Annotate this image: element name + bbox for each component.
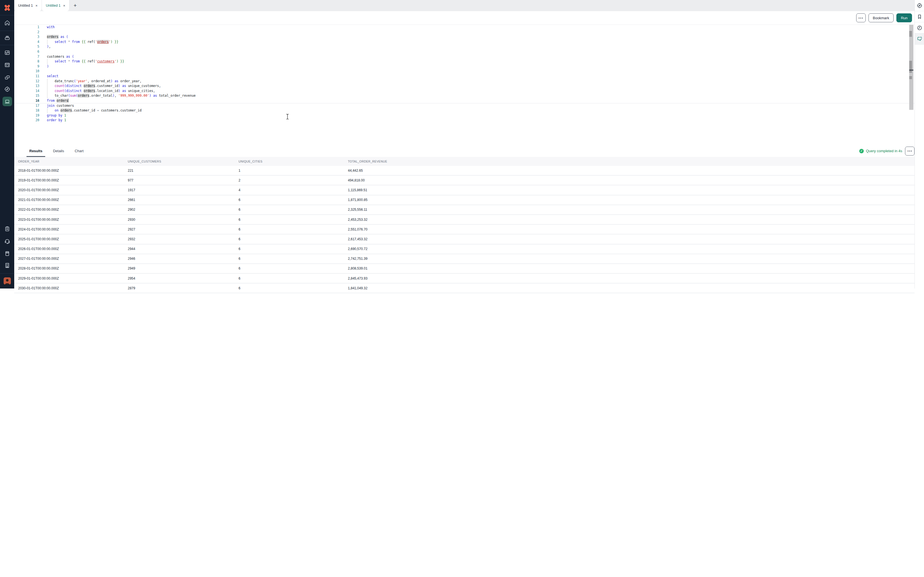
code-line-5[interactable]: 5),	[14, 44, 462, 49]
tab-details[interactable]: Details	[50, 145, 67, 157]
code-token: join	[47, 104, 55, 108]
table-row[interactable]: 2019-01-01T00:00:00.000Z9772494,818.00	[14, 176, 462, 185]
code-line-13[interactable]: 13 count(distinct orders.customer_id) as…	[14, 84, 462, 89]
support-headset-icon[interactable]	[4, 238, 10, 244]
hex-logo[interactable]	[3, 4, 11, 11]
table-cell: 6	[239, 198, 241, 202]
code-token: ,	[49, 45, 51, 48]
column-header-unique_cities[interactable]: UNIQUE_CITIES	[239, 160, 263, 163]
table-cell: 2,845,473.93	[348, 277, 367, 280]
code-line-15[interactable]: 15 to_char(sum(orders.order_total), '999…	[14, 93, 462, 98]
code-line-14[interactable]: 14 count(distinct orders.location_id) as…	[14, 89, 462, 93]
close-icon[interactable]: ✕	[36, 4, 38, 7]
code-token: select	[47, 74, 58, 78]
code-line-10[interactable]: 10	[14, 69, 462, 74]
close-icon[interactable]: ✕	[63, 4, 65, 7]
code-token: orders	[47, 35, 58, 39]
left-sidebar	[0, 0, 14, 288]
text-caret	[68, 99, 68, 102]
code-token: customers	[47, 55, 64, 58]
line-number: 19	[14, 113, 39, 118]
code-line-9[interactable]: 9)	[14, 64, 462, 69]
code-token: ref(	[87, 40, 95, 44]
table-cell: 2661	[128, 198, 135, 202]
organization-building-icon[interactable]	[4, 262, 10, 268]
explore-compass-icon[interactable]	[4, 86, 10, 92]
table-row[interactable]: 2024-01-01T00:00:00.000Z292762,551,076.7…	[14, 225, 462, 234]
user-avatar[interactable]	[3, 277, 11, 285]
new-tab-button[interactable]: +	[69, 0, 81, 11]
code-line-8[interactable]: 8 select * from {{ ref('customers') }}	[14, 59, 462, 64]
clipboard-icon[interactable]	[4, 226, 10, 232]
table-row[interactable]: 2021-01-01T00:00:00.000Z266161,871,800.8…	[14, 195, 462, 205]
column-header-order_year[interactable]: ORDER_YEAR	[18, 160, 39, 163]
table-cell: 2902	[128, 208, 135, 211]
code-line-7[interactable]: 7customers as (	[14, 54, 462, 60]
table-cell: 6	[239, 208, 241, 211]
workspace-laptop-item[interactable]	[3, 97, 12, 106]
code-line-4[interactable]: 4 select * from {{ ref('orders') }}	[14, 40, 462, 45]
table-row[interactable]: 2020-01-01T00:00:00.000Z191741,115,869.5…	[14, 185, 462, 195]
table-row[interactable]: 2026-01-01T00:00:00.000Z294462,690,570.7…	[14, 245, 462, 254]
code-line-20[interactable]: 20order by 1	[14, 118, 462, 123]
text-cursor-pointer	[286, 114, 289, 121]
code-line-1[interactable]: 1with	[14, 25, 462, 30]
tab-chart[interactable]: Chart	[72, 145, 87, 157]
home-icon[interactable]	[4, 20, 10, 26]
table-cell: 44,442.65	[348, 169, 363, 172]
tab-untitled-1-active[interactable]: Untitled 1 ✕	[42, 0, 69, 11]
column-header-total_order_revenue[interactable]: TOTAL_ORDER_REVENUE	[348, 160, 387, 163]
code-token: as	[120, 89, 128, 93]
code-line-16[interactable]: 16from orders	[14, 98, 462, 103]
table-cell: 2022-01-01T00:00:00.000Z	[18, 208, 59, 211]
code-token	[47, 93, 55, 98]
code-browser-icon[interactable]	[4, 62, 10, 68]
table-row[interactable]: 2027-01-01T00:00:00.000Z294662,742,751.3…	[14, 254, 462, 264]
table-cell: 2927	[128, 227, 135, 231]
code-token: orders	[84, 84, 95, 88]
code-line-3[interactable]: 3orders as (	[14, 35, 462, 40]
table-row[interactable]: 2025-01-01T00:00:00.000Z293262,617,453.3…	[14, 234, 462, 244]
laptop-icon	[4, 98, 10, 105]
code-token: )	[47, 45, 49, 48]
code-token: from	[72, 40, 80, 44]
table-row[interactable]: 2023-01-01T00:00:00.000Z293062,453,253.3…	[14, 215, 462, 225]
code-token: ) }}	[116, 60, 124, 63]
table-row[interactable]: 2030-01-01T00:00:00.000Z287961,841,049.3…	[14, 284, 462, 288]
docs-book-icon[interactable]	[4, 250, 10, 256]
table-cell: 6	[239, 237, 241, 241]
code-line-2[interactable]: 2	[14, 30, 462, 35]
apps-windows-icon[interactable]	[4, 74, 10, 81]
code-line-6[interactable]: 6	[14, 49, 462, 54]
code-line-19[interactable]: 19group by 1	[14, 113, 462, 118]
column-header-unique_customers[interactable]: UNIQUE_CUSTOMERS	[128, 160, 161, 163]
dashboard-grid-icon[interactable]	[4, 50, 10, 56]
code-token: orders	[61, 108, 72, 112]
table-cell: 2949	[128, 266, 135, 271]
tab-untitled-1[interactable]: Untitled 1 ✕	[14, 0, 42, 11]
code-token: {{	[82, 40, 87, 44]
table-row[interactable]: 2029-01-01T00:00:00.000Z295462,845,473.9…	[14, 274, 462, 284]
code-line-12[interactable]: 12 date_trunc('year', ordered_at) as ord…	[14, 79, 462, 84]
code-token: order_year,	[120, 79, 141, 83]
sql-editor[interactable]: 1with23orders as (4 select * from {{ ref…	[14, 25, 462, 145]
table-row[interactable]: 2018-01-01T00:00:00.000Z221144,442.65	[14, 166, 462, 176]
line-number: 9	[14, 64, 39, 69]
code-line-18[interactable]: 18 on orders.customer_id = customers.cus…	[14, 108, 462, 113]
code-line-11[interactable]: 11select	[14, 74, 462, 79]
code-token	[80, 40, 82, 44]
code-token: ref(	[87, 60, 95, 63]
table-cell: 6	[239, 227, 241, 231]
code-token: as	[112, 79, 120, 83]
table-row[interactable]: 2028-01-01T00:00:00.000Z294962,808,539.0…	[14, 264, 462, 274]
code-line-17[interactable]: 17join customers	[14, 103, 462, 108]
code-token: 1	[64, 113, 66, 118]
projects-tray-icon[interactable]	[4, 35, 10, 41]
table-row[interactable]: 2022-01-01T00:00:00.000Z290262,325,556.1…	[14, 205, 462, 215]
tab-results[interactable]: Results	[26, 145, 45, 157]
code-token: ) }}	[111, 40, 119, 44]
line-number: 12	[14, 79, 39, 84]
table-cell: 2024-01-01T00:00:00.000Z	[18, 227, 59, 231]
table-cell: 1,841,049.32	[348, 286, 367, 288]
line-number: 2	[14, 30, 39, 35]
